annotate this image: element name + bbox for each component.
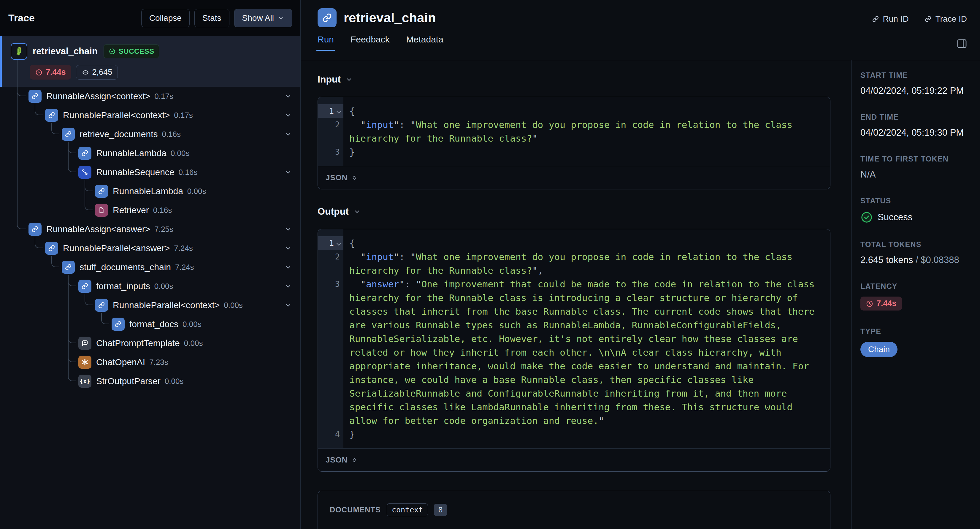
trace-id-button[interactable]: Trace ID (924, 14, 967, 24)
tree-row-label: StrOutputParser (96, 376, 161, 386)
chain-icon (45, 108, 58, 122)
tree-row-duration: 0.00s (224, 301, 243, 310)
chevron-down-icon[interactable] (284, 225, 292, 233)
chevron-down-icon[interactable] (284, 263, 292, 271)
chevron-down-icon[interactable] (284, 244, 292, 252)
chain-icon (62, 127, 75, 141)
tree-row[interactable]: RunnableAssign<context>0.17s (0, 87, 300, 106)
code-content: "input": "What one improvement do you pr… (344, 250, 830, 277)
check-circle-icon (861, 211, 873, 223)
tokens-badge-value: 2,645 (92, 68, 113, 77)
latency-badge-value: 7.44s (46, 68, 66, 77)
parrot-icon (11, 43, 27, 60)
chevron-down-icon[interactable] (284, 301, 292, 309)
check-circle-icon (109, 48, 116, 55)
chevron-down-icon (277, 15, 284, 21)
run-id-button[interactable]: Run ID (872, 14, 909, 24)
chain-icon (318, 8, 337, 27)
tree-row[interactable]: RunnableParallel<context>0.17s (0, 106, 300, 125)
chain-icon (45, 242, 58, 255)
status-text: Success (878, 212, 912, 223)
chevron-down-icon[interactable] (284, 92, 292, 100)
tree-row-label: RunnableParallel<answer> (63, 243, 170, 253)
run-content: Input 1{2 "input": "What one improvement… (301, 60, 851, 529)
input-section-header[interactable]: Input (318, 74, 830, 85)
sequence-icon (78, 166, 91, 179)
tree-row-label: ChatOpenAI (96, 357, 145, 367)
trace-sidebar: Trace Collapse Stats Show All retrieval_… (0, 0, 301, 529)
chevron-down-icon[interactable] (284, 168, 292, 176)
tree-row[interactable]: RunnableParallel<context>0.00s (0, 296, 300, 315)
tree-row[interactable]: retrieve_documents0.16s (0, 125, 300, 144)
end-time-value: 04/02/2024, 05:19:30 PM (861, 127, 973, 138)
tokens-badge: 2,645 (76, 65, 118, 80)
root-run-badges: 7.44s 2,645 (30, 65, 300, 80)
tab-feedback[interactable]: Feedback (350, 34, 390, 51)
output-section-header[interactable]: Output (318, 206, 830, 217)
tree-row-label: RunnableParallel<context> (63, 110, 170, 120)
tree-row-duration: 7.24s (174, 244, 193, 253)
code-line: 1{ (318, 236, 830, 250)
tab-run[interactable]: Run (318, 34, 334, 51)
ttft-value: N/A (861, 169, 973, 180)
tree-row[interactable]: {x}StrOutputParser0.00s (0, 372, 300, 391)
tab-metadata[interactable]: Metadata (406, 34, 444, 51)
tree-row[interactable]: format_docs0.00s (0, 315, 300, 334)
tree-row[interactable]: RunnableParallel<answer>7.24s (0, 239, 300, 258)
code-content: "answer": "One improvement that could be… (344, 277, 830, 427)
fold-chevron-icon[interactable] (336, 108, 341, 114)
line-number[interactable]: 1 (318, 236, 344, 250)
line-number[interactable]: 1 (318, 104, 344, 118)
stats-button[interactable]: Stats (194, 9, 229, 27)
fold-chevron-icon[interactable] (336, 241, 341, 246)
code-content: { (344, 104, 830, 118)
code-line: 2 "input": "What one improvement do you … (318, 250, 830, 277)
total-tokens-label: TOTAL TOKENS (861, 240, 973, 249)
format-selector[interactable]: JSON (326, 173, 348, 182)
status-group: STATUS Success (861, 196, 973, 223)
input-code-footer: JSON (318, 166, 830, 189)
code-line: 3 "answer": "One improvement that could … (318, 277, 830, 427)
total-tokens-group: TOTAL TOKENS 2,645 tokens / $0.08388 (861, 240, 973, 265)
chevron-down-icon[interactable] (284, 130, 292, 138)
header-right: Run ID Trace ID (872, 14, 967, 24)
run-tabs: RunFeedbackMetadata (318, 34, 980, 51)
code-content: } (344, 145, 830, 159)
tree-row-label: stuff_documents_chain (80, 262, 171, 272)
page-title: retrieval_chain (344, 10, 436, 25)
tree-row[interactable]: Retriever0.16s (0, 201, 300, 220)
chevron-down-icon (353, 208, 361, 215)
tree-row[interactable]: RunnableLambda0.00s (0, 144, 300, 163)
code-line: 2 "input": "What one improvement do you … (318, 118, 830, 145)
tree-row[interactable]: ChatOpenAI7.23s (0, 353, 300, 372)
collapse-button[interactable]: Collapse (141, 9, 190, 27)
line-number: 3 (318, 277, 344, 427)
code-content: { (344, 236, 830, 250)
tree-row-label: retrieve_documents (80, 129, 158, 139)
chain-icon (62, 261, 75, 274)
root-run-row[interactable]: retrieval_chain SUCCESS 7.44s 2,645 (0, 36, 300, 87)
tree-row[interactable]: RunnableLambda0.00s (0, 182, 300, 201)
tree-row-duration: 0.17s (154, 92, 173, 101)
output-code-footer: JSON (318, 448, 830, 472)
latency-badge: 7.44s (861, 296, 902, 311)
status-label: STATUS (861, 196, 973, 205)
tree-row[interactable]: RunnableAssign<answer>7.25s (0, 220, 300, 239)
coin-icon (82, 69, 89, 76)
panel-toggle-icon[interactable] (956, 37, 968, 50)
langsmith-trace-app: Trace Collapse Stats Show All retrieval_… (0, 0, 980, 529)
tree-row-label: format_docs (129, 319, 178, 329)
tree-row[interactable]: RunnableSequence0.16s (0, 163, 300, 182)
tree-row[interactable]: stuff_documents_chain7.24s (0, 258, 300, 277)
tree-row-label: Retriever (113, 205, 149, 215)
tree-row[interactable]: ChatPromptTemplate0.00s (0, 334, 300, 353)
show-all-dropdown[interactable]: Show All (234, 9, 292, 27)
format-selector[interactable]: JSON (326, 456, 348, 465)
tree-row[interactable]: format_inputs0.00s (0, 277, 300, 296)
end-time-group: END TIME 04/02/2024, 05:19:30 PM (861, 113, 973, 138)
total-tokens-value: 2,645 tokens / $0.08388 (861, 255, 973, 265)
code-content: } (344, 427, 830, 441)
prompt-icon (78, 337, 91, 350)
chevron-down-icon[interactable] (284, 282, 292, 290)
chevron-down-icon[interactable] (284, 112, 292, 119)
